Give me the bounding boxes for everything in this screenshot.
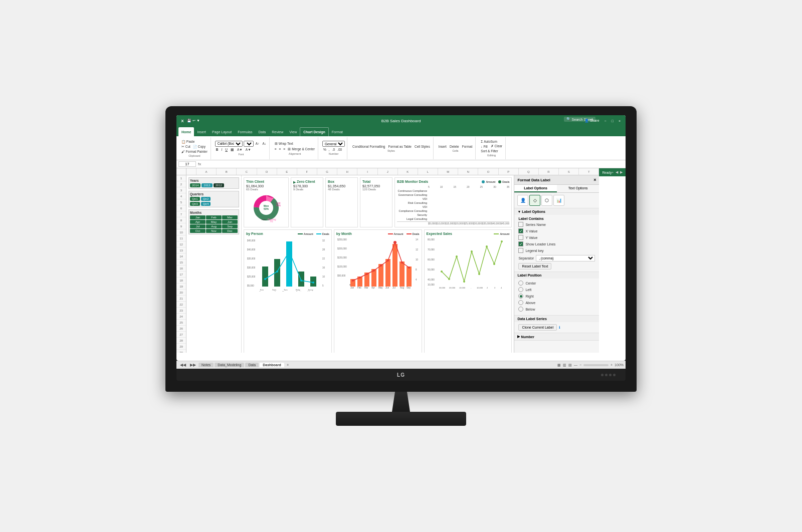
add-sheet-button[interactable]: +	[612, 171, 614, 174]
sheet-tab-dashboard[interactable]: Dashboard	[260, 363, 284, 367]
reset-label-text-button[interactable]: Reset Label Text	[518, 263, 551, 270]
add-sheet-tab-button[interactable]: +	[285, 363, 291, 367]
autosum-button[interactable]: Σ AutoSum	[480, 139, 498, 144]
cell-styles-button[interactable]: Cell Styles	[414, 144, 431, 149]
tab-formulas[interactable]: Formulas	[235, 127, 255, 136]
sheet-tab-notes[interactable]: Notes	[198, 363, 214, 367]
month-dec[interactable]: Dec	[222, 229, 238, 233]
shape-icon-button[interactable]: ◇	[529, 195, 540, 206]
zoom-out-button[interactable]: −	[579, 363, 581, 367]
tab-insert[interactable]: Insert	[194, 127, 209, 136]
formula-input[interactable]	[203, 162, 624, 166]
fill-button[interactable]: ↓ Fill	[480, 144, 488, 149]
wrap-text-button[interactable]: ⊞ Wrap Text	[274, 141, 294, 146]
y-value-checkbox[interactable]	[518, 235, 523, 240]
month-may[interactable]: May	[206, 220, 222, 224]
font-size-select[interactable]: 14	[244, 141, 254, 147]
separator-select[interactable]: , (comma)	[536, 255, 595, 261]
monitor-vol-down-button[interactable]	[613, 374, 616, 376]
percent-button[interactable]: %	[322, 147, 327, 152]
align-center-button[interactable]: ≡	[278, 147, 282, 152]
merge-center-button[interactable]: ⊞ Merge & Center	[287, 147, 316, 152]
year-2014[interactable]: 2014	[190, 183, 200, 187]
cut-button[interactable]: ✂ Cut	[180, 144, 191, 149]
nav-left-button[interactable]: ◀◀	[178, 363, 187, 367]
decrease-decimal-button[interactable]: .00	[336, 147, 343, 152]
window-controls[interactable]: 👤 Share − □ ×	[582, 115, 623, 126]
clear-button[interactable]: ✗ Clear	[490, 144, 503, 149]
right-radio[interactable]	[518, 294, 523, 299]
left-radio[interactable]	[518, 287, 523, 292]
x-value-checkbox[interactable]: ✓	[518, 228, 523, 233]
tab-data[interactable]: Data	[255, 127, 269, 136]
increase-font-button[interactable]: A↑	[255, 141, 261, 146]
view-page-button[interactable]: ▤	[568, 363, 572, 367]
maximize-button[interactable]: □	[610, 119, 616, 123]
align-left-button[interactable]: ≡	[274, 147, 278, 152]
name-box[interactable]	[178, 161, 196, 167]
month-jun[interactable]: Jun	[222, 220, 238, 224]
quarter-3[interactable]: Qtr3	[190, 202, 200, 206]
tab-chart-design[interactable]: Chart Design	[300, 127, 329, 136]
view-layout-button[interactable]: ▥	[563, 363, 566, 367]
quarter-2[interactable]: Qtr2	[201, 197, 211, 201]
clone-current-label-button[interactable]: Clone Current Label	[518, 324, 557, 331]
paste-button[interactable]: 📋 Paste	[180, 139, 209, 144]
month-feb[interactable]: Feb	[206, 215, 222, 219]
italic-button[interactable]: I	[221, 147, 224, 152]
label-options-tab[interactable]: Label Options	[514, 185, 557, 192]
month-oct[interactable]: Oct	[190, 229, 206, 233]
month-nov[interactable]: Nov	[206, 229, 222, 233]
close-panel-button[interactable]: ×	[593, 177, 596, 182]
sheet-tab-data[interactable]: Data	[245, 363, 259, 367]
decrease-font-button[interactable]: A↓	[261, 141, 267, 146]
tab-home[interactable]: Home	[178, 127, 194, 136]
border-button[interactable]: ▦	[230, 147, 235, 152]
month-apr[interactable]: Apr	[190, 220, 206, 224]
quarters-filter[interactable]: Quarters Qtr1 Qtr2 Qtr3 Qtr4	[188, 191, 239, 207]
month-jul[interactable]: Jul	[190, 224, 206, 228]
share-button[interactable]: 👤 Share	[582, 119, 602, 123]
label-options-header[interactable]: ▼ Label Options	[514, 208, 599, 215]
bold-button[interactable]: B	[215, 147, 220, 152]
year-2012[interactable]: 2012	[214, 183, 224, 187]
copy-button[interactable]: 📄 Copy	[192, 144, 207, 149]
month-jan[interactable]: Jan	[190, 215, 206, 219]
conditional-formatting-button[interactable]: Conditional Formatting	[351, 144, 386, 149]
zoom-in-button[interactable]: +	[611, 363, 613, 367]
format-painter-button[interactable]: 🖌 Format Painter	[180, 149, 209, 154]
years-filter[interactable]: Years 2014 2013 2012	[188, 177, 239, 189]
font-family-select[interactable]: Calibri (Body)	[215, 141, 243, 147]
show-leader-lines-checkbox[interactable]: ✓	[518, 241, 523, 246]
monitor-menu-button[interactable]	[605, 374, 608, 376]
format-as-table-button[interactable]: Format as Table	[387, 144, 412, 149]
zoom-slider[interactable]	[583, 364, 609, 366]
monitor-power-button[interactable]	[601, 374, 604, 376]
align-right-button[interactable]: ≡	[283, 147, 287, 152]
below-radio[interactable]	[518, 307, 523, 312]
underline-button[interactable]: U	[224, 147, 229, 152]
clone-info-icon[interactable]: ℹ	[559, 326, 560, 330]
label-position-header[interactable]: Label Position	[514, 272, 599, 279]
data-label-series-header[interactable]: Data Label Series	[514, 316, 599, 322]
effects-icon-button[interactable]: ⬡	[541, 195, 552, 206]
month-mar[interactable]: Mar	[222, 215, 238, 219]
bar-chart-icon-button[interactable]: 📊	[553, 195, 564, 206]
text-options-tab[interactable]: Text Options	[557, 185, 599, 192]
month-aug[interactable]: Aug	[206, 224, 222, 228]
close-button[interactable]: ×	[617, 119, 623, 123]
delete-cells-button[interactable]: Delete	[449, 144, 460, 149]
legend-key-checkbox[interactable]	[518, 248, 523, 253]
nav-sheet-right[interactable]: ▶	[620, 170, 623, 174]
quarter-1[interactable]: Qtr1	[190, 197, 200, 201]
sheet-tab-data-modeling[interactable]: Data_Modeling	[215, 363, 244, 367]
monitor-vol-up-button[interactable]	[609, 374, 612, 376]
minimize-button[interactable]: −	[603, 119, 609, 123]
tab-page-layout[interactable]: Page Layout	[209, 127, 235, 136]
insert-cells-button[interactable]: Insert	[438, 144, 448, 149]
nav-right-button[interactable]: ▶▶	[188, 363, 197, 367]
month-sep[interactable]: Sep	[222, 224, 238, 228]
tab-format[interactable]: Format	[329, 127, 346, 136]
number-format-select[interactable]: General	[322, 141, 345, 147]
comma-button[interactable]: ,	[328, 147, 331, 152]
